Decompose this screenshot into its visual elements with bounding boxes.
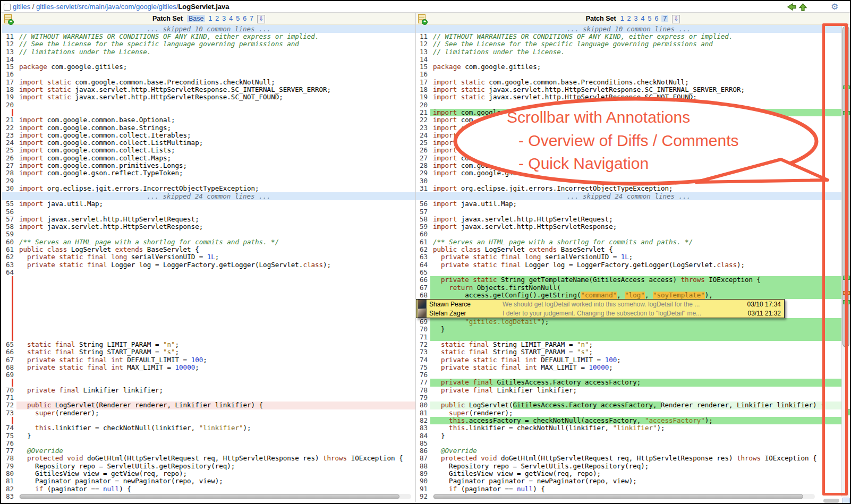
horizontal-scrollbar-track[interactable] [433,494,815,499]
breadcrumb-path-link[interactable]: gitiles-servlet/src/main/java/com/google… [36,3,178,11]
patchset-right-option-2[interactable]: 2 [627,15,631,22]
patchset-right-option-4[interactable]: 4 [641,15,645,22]
right-cell: 85 [416,440,841,447]
code-line: static final String LIMIT_PARAM = "n"; [430,341,841,348]
diff-row: 25import com.google.common.collect.Lists… [2,147,850,154]
line-number: 11 [2,33,16,40]
code-line: import static javax.servlet.http.HttpSer… [430,93,841,101]
patchset-left-label: Patch Set [152,15,183,22]
left-cell: 62 private static final long serialVersi… [2,253,415,261]
code-line: package com.google.gitiles; [16,63,415,71]
line-number: 26 [2,155,16,162]
patchset-left-option-base[interactable]: Base [187,15,206,22]
code-line [430,394,841,402]
left-cell: 22import com.google.common.base.Strings; [2,124,415,132]
skipped-lines-banner[interactable]: ... skipped 24 common lines ... [416,192,841,200]
line-number: 64 [416,261,430,269]
comment-timestamp: 03/11 21:32 [738,310,784,317]
patchset-right-option-6[interactable]: 6 [654,15,658,22]
left-cell: 64 [2,269,415,276]
download-patch-icon[interactable]: ⇩ [257,15,265,23]
left-cell: 29 [2,177,415,185]
patchset-left-option-7[interactable]: 7 [250,15,253,22]
line-number: 62 [2,253,16,261]
code-line: // See the License for the specific lang… [16,40,415,48]
code-line: import com.google.common.collect.ListMul… [16,139,415,147]
comment-mark[interactable] [843,291,850,295]
right-cell: 89 GitilesView view = getView(req, repo)… [416,470,841,477]
left-cell: 76 [2,440,415,447]
code-line: private final Linkifier linkifier; [16,387,415,394]
prev-file-arrow-icon[interactable] [787,3,797,11]
diff-row: 77 @Override86 @Override [2,447,850,455]
diff-row: 7685 [2,440,850,447]
line-number: 29 [2,177,16,185]
patchset-left-option-5[interactable]: 5 [236,15,240,22]
patchset-left-option-6[interactable]: 6 [243,15,246,22]
diff-mark[interactable] [843,300,850,304]
diff-row: 55import java.util.Map;56import java.uti… [2,200,850,208]
file-checkbox[interactable] [4,4,11,11]
diff-mark[interactable] [843,86,850,89]
skipped-lines-banner[interactable]: ... skipped 10 common lines ... [2,25,415,33]
diff-row: 70 private final Linkifier linkifier;78 … [2,387,850,394]
line-number [2,109,16,116]
left-cell: 70 private final Linkifier linkifier; [2,387,415,394]
download-patch-icon[interactable]: ⇩ [672,15,680,23]
code-line: import org.eclipse.jgit.errors.Incorrect… [16,185,415,192]
left-cell: 30import org.eclipse.jgit.errors.Incorre… [2,185,415,192]
patchset-right-option-5[interactable]: 5 [648,15,651,22]
line-number: 71 [416,334,430,341]
right-cell: 60 [416,230,841,238]
line-number: 30 [2,185,16,192]
right-cell: 25import com.google.common.collect.ListM… [416,139,841,147]
skipped-lines-banner[interactable]: ... skipped 10 common lines ... [416,25,841,33]
breadcrumb-project-link[interactable]: gitiles [13,3,30,11]
diff-mark[interactable] [843,111,850,115]
patchset-right-option-7[interactable]: 7 [661,15,668,22]
line-number: 21 [416,109,430,116]
breadcrumb-bar: gitiles / gitiles-servlet/src/main/java/… [1,1,850,13]
vertical-scrollbar-thumb[interactable] [843,26,849,347]
left-cell: 73 super(renderer); [2,409,415,417]
inline-comment-box[interactable]: Shawn PearceWe should get logDetail work… [416,299,785,318]
file-add-icon[interactable]: + [4,14,12,23]
diff-row: 5960 [2,230,850,238]
inline-comment[interactable]: Shawn PearceWe should get logDetail work… [416,300,784,309]
left-cell: 28import com.google.gson.reflect.TypeTok… [2,169,415,177]
patchset-right-option-3[interactable]: 3 [634,15,638,22]
line-number: 60 [416,230,430,238]
diff-row: 13// limitations under the License.13// … [2,48,850,56]
inline-comment[interactable]: Stefan ZagerI defer to your judgement. C… [416,309,784,318]
patchset-left-option-3[interactable]: 3 [222,15,226,22]
diff-mark[interactable] [846,409,850,415]
horizontal-scrollbar-fragment[interactable] [823,499,839,503]
line-number: 87 [416,455,430,462]
left-cell: 14 [2,56,415,63]
settings-gear-icon[interactable]: ⚙ [831,2,838,12]
right-cell: 72 static final String LIMIT_PARAM = "n"… [416,341,841,348]
horizontal-scrollbar-thumb[interactable] [20,494,399,499]
right-cell: 15package com.google.gitiles; [416,63,841,71]
skipped-lines-banner[interactable]: ... skipped 24 common lines ... [2,192,415,200]
patchset-left-option-2[interactable]: 2 [215,15,219,22]
line-number: 67 [2,356,16,364]
diff-mark[interactable] [843,276,850,280]
right-cell: 14 [416,56,841,63]
right-cell: 22import com.google.common.base.Optional… [416,116,841,124]
right-cell: 63 private static final long serialVersi… [416,253,841,261]
line-number: 91 [416,485,430,493]
code-line: /** Serves an HTML page with a shortlog … [430,238,841,246]
patchset-right-option-1[interactable]: 1 [620,15,624,22]
up-to-change-arrow-icon[interactable] [798,3,807,12]
line-number: 19 [2,93,16,101]
horizontal-scrollbar-track[interactable] [19,494,411,499]
horizontal-scrollbar-thumb[interactable] [433,494,803,499]
line-number [2,276,16,284]
line-number: 62 [416,246,430,253]
patchset-left-option-1[interactable]: 1 [208,15,212,22]
left-cell: 71 [2,394,415,402]
patchset-left-option-4[interactable]: 4 [229,15,233,22]
left-cell: 15package com.google.gitiles; [2,63,415,71]
file-add-icon[interactable]: + [418,14,426,23]
